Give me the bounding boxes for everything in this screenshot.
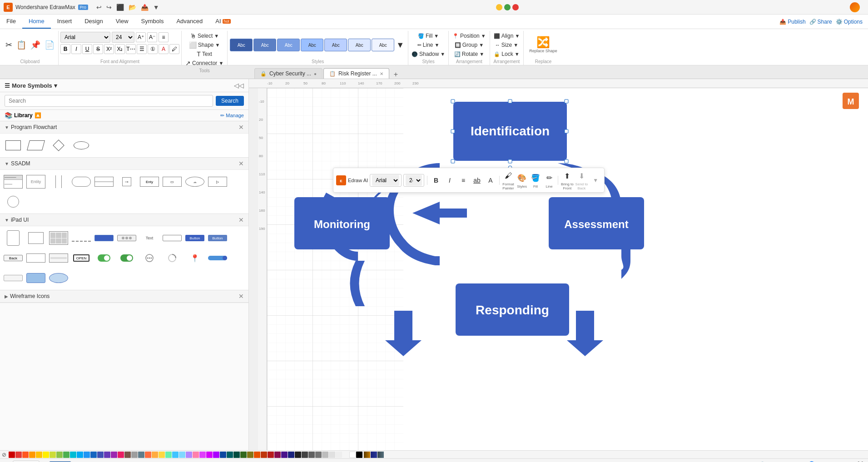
float-line-button[interactable]: ✏ <box>543 172 555 184</box>
ipad-item-spinner[interactable] <box>162 249 183 267</box>
up-arrow-right[interactable] <box>567 311 603 356</box>
close-category-ssadm[interactable]: ✕ <box>238 160 244 167</box>
category-header-ssadm[interactable]: ▼ SSADM ✕ <box>0 158 248 170</box>
color-25[interactable] <box>302 452 308 458</box>
style-item-6[interactable]: Abc <box>348 39 371 51</box>
format-painter-button[interactable]: 🖌 <box>502 170 514 182</box>
increase-font-button[interactable]: A⁺ <box>136 32 146 42</box>
highlight-button[interactable]: 🖊 <box>169 44 179 54</box>
maximize-button[interactable] <box>504 4 511 10</box>
send-to-back-button[interactable]: ⬇ <box>575 170 587 182</box>
fill-button[interactable]: 🪣 Fill ▼ <box>410 32 446 40</box>
close-category-flowchart[interactable]: ✕ <box>238 124 244 131</box>
ipad-item-4[interactable] <box>71 229 92 247</box>
group-button[interactable]: 🔲 Group ▼ <box>453 41 486 49</box>
more-text-button[interactable]: T⋯ <box>126 44 136 54</box>
strikethrough-button[interactable]: S <box>93 44 103 54</box>
paste-button[interactable]: 📌 <box>29 40 42 50</box>
export-button[interactable]: 📤 <box>139 3 150 12</box>
left-arrow-down[interactable] <box>350 261 365 306</box>
color-22[interactable] <box>281 452 288 458</box>
bullet-list-button[interactable]: ☰ <box>137 44 147 54</box>
color-blue[interactable] <box>84 452 90 458</box>
float-strikethrough-button[interactable]: A <box>485 174 496 186</box>
line-button[interactable]: ✏ Line ▼ <box>410 41 446 49</box>
color-3[interactable] <box>152 452 158 458</box>
color-white[interactable] <box>349 452 356 458</box>
position-button[interactable]: 📍 Position ▼ <box>451 32 488 40</box>
canvas[interactable]: -10 20 50 80 110 140 160 190 <box>258 88 868 450</box>
color-7[interactable] <box>179 452 185 458</box>
publish-button[interactable]: 📤 Publish <box>779 19 805 25</box>
ipad-item-11[interactable] <box>25 249 46 267</box>
style-item-1[interactable]: Abc <box>230 39 253 51</box>
handle-br[interactable] <box>565 159 568 163</box>
menu-design[interactable]: Design <box>78 15 109 29</box>
symbol-rect[interactable] <box>3 136 24 154</box>
menu-insert[interactable]: Insert <box>51 15 79 29</box>
color-orange[interactable] <box>29 452 35 458</box>
float-italic-button[interactable]: I <box>444 174 456 186</box>
color-purple[interactable] <box>104 452 110 458</box>
rotate-button[interactable]: 🔄 Rotate ▼ <box>452 50 486 58</box>
color-26[interactable] <box>308 452 315 458</box>
italic-button[interactable]: I <box>71 44 81 54</box>
ipad-item-10[interactable]: Back <box>3 249 24 267</box>
menu-ai[interactable]: AI hot <box>209 15 237 29</box>
color-30[interactable] <box>336 452 342 458</box>
replace-shape-button[interactable]: 🔀 Replace Shape <box>526 32 561 58</box>
no-fill-button[interactable]: ⊘ <box>2 452 6 458</box>
style-item-7[interactable]: Abc <box>372 39 394 51</box>
numbered-list-button[interactable]: ① <box>148 44 158 54</box>
close-category-wireframe[interactable]: ✕ <box>238 293 244 300</box>
gradient-steel[interactable] <box>377 452 384 458</box>
ipad-item-8[interactable]: Button <box>184 229 205 247</box>
color-11[interactable] <box>206 452 213 458</box>
color-12[interactable] <box>213 452 219 458</box>
handle-bm[interactable] <box>508 159 512 163</box>
color-amber[interactable] <box>36 452 42 458</box>
user-avatar[interactable] <box>850 2 860 12</box>
ipad-item-1[interactable] <box>3 229 24 247</box>
right-arrow[interactable] <box>412 202 467 224</box>
color-deep-orange[interactable] <box>22 452 29 458</box>
symbol-para[interactable] <box>25 136 46 154</box>
shape-button[interactable]: ⬜ Shape ▼ <box>187 41 222 49</box>
color-violet[interactable] <box>111 452 117 458</box>
handle-bl[interactable] <box>451 159 455 163</box>
font-family-select[interactable]: Arial <box>60 32 110 43</box>
color-dark-red[interactable] <box>9 452 15 458</box>
ipad-item-blue2[interactable] <box>48 269 69 287</box>
handle-tl[interactable] <box>451 99 455 103</box>
cut-button[interactable]: ✂ <box>4 40 14 50</box>
canvas-area[interactable]: -10 20 50 80 110 140 170 200 230 -10 20 … <box>249 79 868 450</box>
color-indigo[interactable] <box>97 452 104 458</box>
color-20[interactable] <box>268 452 274 458</box>
bring-to-front-button[interactable]: ⬆ <box>561 170 573 182</box>
styles-expand-button[interactable]: ▼ <box>394 40 406 51</box>
ipad-item-6[interactable] <box>116 229 137 247</box>
minimize-button[interactable] <box>496 4 502 10</box>
lock-button[interactable]: 🔒 Lock ▼ <box>492 50 521 58</box>
bold-button[interactable]: B <box>60 44 70 54</box>
float-styles-button[interactable]: 🎨 <box>516 172 528 184</box>
menu-symbols[interactable]: Symbols <box>135 15 170 29</box>
float-fill-button[interactable]: 🪣 <box>530 172 541 184</box>
style-item-3[interactable]: Abc <box>277 39 300 51</box>
color-8[interactable] <box>186 452 192 458</box>
handle-ml[interactable] <box>451 129 455 133</box>
tab-close-1[interactable]: ● <box>314 71 317 76</box>
color-grey[interactable] <box>131 452 138 458</box>
ipad-item-5[interactable] <box>94 229 114 247</box>
menu-home[interactable]: Home <box>22 15 51 29</box>
ipad-item-slider[interactable] <box>207 249 228 267</box>
color-10[interactable] <box>199 452 206 458</box>
color-15[interactable] <box>233 452 240 458</box>
subscript-button[interactable]: X₂ <box>115 44 125 54</box>
color-18[interactable] <box>254 452 260 458</box>
tab-close-2[interactable]: ✕ <box>380 71 383 76</box>
style-item-5[interactable]: Abc <box>324 39 347 51</box>
ssadm-item-1[interactable]: ────── ──── <box>3 173 24 191</box>
search-button[interactable]: Search <box>216 96 244 106</box>
ssadm-item-6[interactable]: → <box>116 173 137 191</box>
